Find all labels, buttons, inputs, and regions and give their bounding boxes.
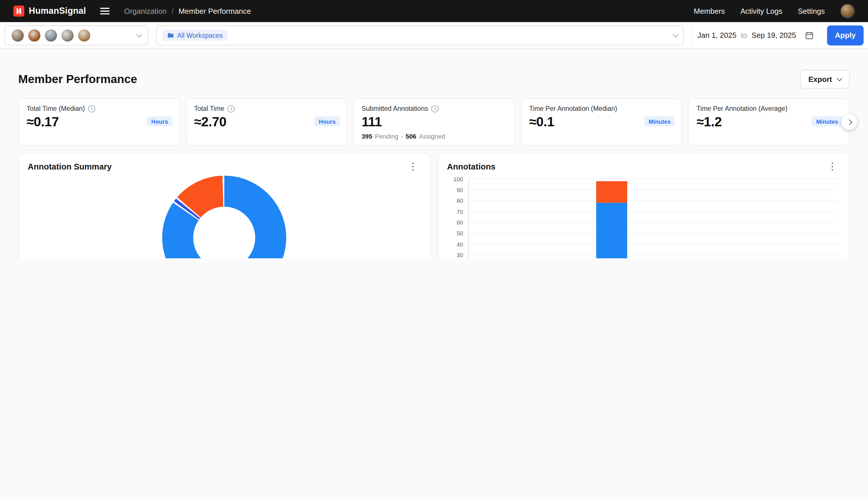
breadcrumb-separator: / bbox=[172, 7, 174, 15]
calendar-icon[interactable] bbox=[805, 31, 814, 39]
y-tick-label: 60 bbox=[457, 219, 463, 226]
y-tick-label: 70 bbox=[457, 208, 463, 215]
nav-activity-logs-link[interactable]: Activity Logs bbox=[740, 7, 783, 15]
member-avatar bbox=[78, 29, 91, 42]
folder-icon bbox=[167, 32, 174, 38]
bar-slot bbox=[550, 179, 591, 258]
assigned-count: 506 bbox=[406, 133, 416, 139]
charts-grid: Annotation Summary ⋮ SubmittedUpdatedSki… bbox=[18, 153, 850, 258]
info-icon[interactable]: i bbox=[431, 105, 438, 112]
stacked-bar bbox=[473, 179, 504, 258]
member-avatar bbox=[61, 29, 74, 42]
bar-slot bbox=[591, 179, 633, 258]
info-icon[interactable]: i bbox=[228, 105, 235, 112]
member-avatar bbox=[12, 29, 24, 42]
donut-hole bbox=[193, 207, 256, 258]
unit-badge: Hours bbox=[147, 116, 173, 126]
info-icon[interactable]: i bbox=[88, 105, 95, 112]
donut-chart bbox=[162, 175, 286, 258]
menu-icon[interactable] bbox=[98, 4, 112, 18]
export-button[interactable]: Export bbox=[800, 70, 850, 89]
member-avatar bbox=[28, 29, 40, 42]
stat-label: Time Per Annotation (Median) bbox=[529, 105, 617, 113]
user-avatar[interactable] bbox=[840, 4, 855, 18]
members-filter-select[interactable] bbox=[4, 25, 148, 45]
main-content: Member Performance Export Total Time (Me… bbox=[0, 70, 868, 258]
chevron-right-icon bbox=[846, 119, 852, 125]
bar-slot bbox=[797, 179, 838, 258]
meta-separator: • bbox=[401, 134, 403, 139]
workspace-filter-select[interactable]: All Workspaces bbox=[156, 25, 684, 45]
chevron-down-icon bbox=[673, 32, 678, 37]
annotation-summary-card: Annotation Summary ⋮ SubmittedUpdatedSki… bbox=[18, 153, 431, 258]
stat-label: Total Time (Median) bbox=[27, 105, 85, 113]
stat-card-time-per-annotation-median: Time Per Annotation (Median) ≈0.1 Minute… bbox=[521, 98, 682, 146]
stacked-bar bbox=[597, 179, 627, 258]
stacked-bar bbox=[761, 179, 792, 258]
y-tick-label: 100 bbox=[454, 175, 463, 182]
stat-label: Submitted Annotations bbox=[362, 105, 428, 113]
date-start[interactable]: Jan 1, 2025 bbox=[697, 31, 737, 39]
brand[interactable]: HumanSignal bbox=[13, 5, 86, 16]
bar-slot bbox=[756, 179, 797, 258]
y-tick-label: 40 bbox=[457, 241, 463, 247]
breadcrumb-organization[interactable]: Organization bbox=[124, 7, 166, 15]
kebab-menu-icon[interactable]: ⋮ bbox=[824, 161, 840, 172]
app-viewport: HumanSignal Organization / Member Perfor… bbox=[0, 0, 868, 258]
stacked-bar bbox=[802, 179, 833, 258]
bar-segment bbox=[597, 203, 627, 258]
unit-badge: Minutes bbox=[812, 116, 843, 126]
stat-card-time-per-annotation-average: Time Per Annotation (Average) ≈1.2 Minut… bbox=[688, 98, 850, 146]
stats-row: Total Time (Median) i ≈0.17 Hours Total … bbox=[18, 98, 850, 146]
stat-label: Total Time bbox=[194, 105, 224, 113]
top-navbar: HumanSignal Organization / Member Perfor… bbox=[0, 0, 868, 22]
workspace-chip-label: All Workspaces bbox=[177, 31, 223, 39]
stacked-bar bbox=[679, 179, 709, 258]
stacked-bar bbox=[514, 179, 545, 258]
chart-title: Annotations bbox=[447, 162, 495, 171]
nav-settings-link[interactable]: Settings bbox=[798, 7, 825, 15]
y-tick-label: 80 bbox=[457, 197, 463, 204]
breadcrumb: Organization / Member Performance bbox=[124, 7, 251, 15]
assigned-label: Assigned bbox=[419, 133, 445, 139]
humansignal-logo-icon bbox=[13, 5, 24, 16]
stacked-bar bbox=[638, 179, 669, 258]
bar-slot bbox=[674, 179, 715, 258]
chevron-down-icon bbox=[837, 76, 842, 81]
kebab-menu-icon[interactable]: ⋮ bbox=[405, 161, 421, 172]
member-avatar bbox=[45, 29, 57, 42]
apply-button[interactable]: Apply bbox=[827, 25, 864, 45]
unit-badge: Hours bbox=[314, 116, 340, 126]
stat-label: Time Per Annotation (Average) bbox=[697, 105, 788, 113]
date-range-picker[interactable]: Jan 1, 2025 to Sep 19, 2025 bbox=[691, 25, 819, 45]
stat-card-submitted-annotations: Submitted Annotations i 111 395 Pending … bbox=[353, 98, 515, 146]
stacked-bar bbox=[720, 179, 751, 258]
bar-slot bbox=[468, 179, 509, 258]
stat-meta: 395 Pending • 506 Assigned bbox=[362, 133, 506, 139]
annotations-card: Annotations ⋮ 0102030405060708090100 01 … bbox=[438, 153, 850, 258]
y-tick-label: 50 bbox=[457, 230, 463, 237]
y-tick-label: 90 bbox=[457, 186, 463, 193]
bar-slot bbox=[633, 179, 674, 258]
brand-name: HumanSignal bbox=[29, 6, 86, 16]
stacked-bar bbox=[555, 179, 586, 258]
y-tick-label: 30 bbox=[457, 252, 463, 258]
stat-card-total-time-median: Total Time (Median) i ≈0.17 Hours bbox=[18, 98, 180, 146]
date-range-to-label: to bbox=[741, 31, 747, 39]
stat-value: 111 bbox=[362, 114, 506, 130]
chevron-down-icon bbox=[137, 32, 142, 37]
workspace-chip[interactable]: All Workspaces bbox=[162, 30, 228, 41]
date-end[interactable]: Sep 19, 2025 bbox=[752, 31, 796, 39]
page-title: Member Performance bbox=[18, 72, 137, 86]
unit-badge: Minutes bbox=[644, 116, 675, 126]
bar-segment bbox=[597, 181, 627, 203]
bar-slot bbox=[509, 179, 550, 258]
breadcrumb-current: Member Performance bbox=[178, 7, 251, 15]
annotations-bar-chart: 0102030405060708090100 01 20250203040506… bbox=[468, 179, 838, 258]
filter-bar: All Workspaces Jan 1, 2025 to Sep 19, 20… bbox=[0, 22, 868, 49]
pending-label: Pending bbox=[375, 133, 399, 139]
carousel-next-button[interactable] bbox=[841, 114, 857, 130]
bar-slot bbox=[715, 179, 756, 258]
pending-count: 395 bbox=[362, 133, 372, 139]
nav-members-link[interactable]: Members bbox=[694, 7, 725, 15]
